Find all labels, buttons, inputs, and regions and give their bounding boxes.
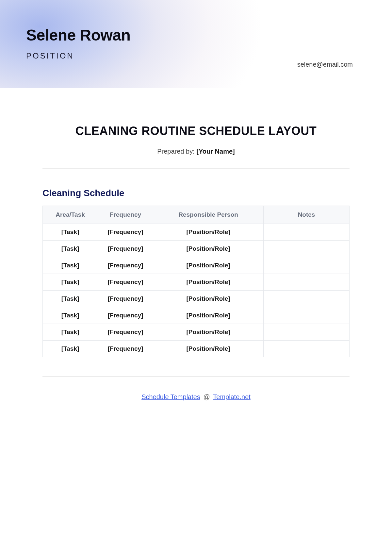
cell-frequency: [Frequency] [98, 257, 153, 274]
author-position: POSITION [26, 51, 366, 60]
header-responsible: Responsible Person [153, 206, 264, 224]
header-banner: Selene Rowan POSITION selene@email.com [0, 0, 392, 88]
footer-links: Schedule Templates @ Template.net [42, 393, 350, 401]
header-area-task: Area/Task [43, 206, 98, 224]
cell-responsible: [Position/Role] [153, 291, 264, 307]
table-header-row: Area/Task Frequency Responsible Person N… [43, 206, 350, 224]
table-row: [Task][Frequency][Position/Role] [43, 324, 350, 341]
cell-task: [Task] [43, 307, 98, 324]
table-row: [Task][Frequency][Position/Role] [43, 241, 350, 257]
cell-responsible: [Position/Role] [153, 324, 264, 341]
template-net-link[interactable]: Template.net [213, 393, 251, 400]
header-notes: Notes [264, 206, 350, 224]
cell-notes [264, 241, 350, 257]
cell-notes [264, 324, 350, 341]
cell-responsible: [Position/Role] [153, 307, 264, 324]
cell-frequency: [Frequency] [98, 274, 153, 291]
content-area: CLEANING ROUTINE SCHEDULE LAYOUT Prepare… [0, 88, 392, 401]
cell-frequency: [Frequency] [98, 224, 153, 241]
cell-frequency: [Frequency] [98, 341, 153, 357]
cell-frequency: [Frequency] [98, 307, 153, 324]
cell-frequency: [Frequency] [98, 291, 153, 307]
table-row: [Task][Frequency][Position/Role] [43, 341, 350, 357]
cell-notes [264, 274, 350, 291]
cell-task: [Task] [43, 341, 98, 357]
table-row: [Task][Frequency][Position/Role] [43, 291, 350, 307]
cell-notes [264, 224, 350, 241]
footer-separator: @ [202, 393, 212, 400]
divider [42, 168, 350, 169]
cell-frequency: [Frequency] [98, 324, 153, 341]
cell-responsible: [Position/Role] [153, 274, 264, 291]
cell-responsible: [Position/Role] [153, 224, 264, 241]
cell-task: [Task] [43, 241, 98, 257]
cell-responsible: [Position/Role] [153, 257, 264, 274]
cell-task: [Task] [43, 274, 98, 291]
section-title: Cleaning Schedule [42, 188, 350, 198]
cell-notes [264, 341, 350, 357]
schedule-templates-link[interactable]: Schedule Templates [141, 393, 200, 400]
cell-task: [Task] [43, 224, 98, 241]
cell-notes [264, 257, 350, 274]
author-name: Selene Rowan [26, 26, 366, 44]
prepared-by-value: [Your Name] [196, 148, 235, 155]
cell-responsible: [Position/Role] [153, 241, 264, 257]
schedule-table: Area/Task Frequency Responsible Person N… [42, 206, 350, 357]
cell-task: [Task] [43, 291, 98, 307]
cell-notes [264, 291, 350, 307]
cell-task: [Task] [43, 257, 98, 274]
cell-notes [264, 307, 350, 324]
author-email: selene@email.com [297, 61, 353, 68]
divider [42, 376, 350, 377]
cell-task: [Task] [43, 324, 98, 341]
table-row: [Task][Frequency][Position/Role] [43, 307, 350, 324]
table-row: [Task][Frequency][Position/Role] [43, 257, 350, 274]
cell-frequency: [Frequency] [98, 241, 153, 257]
table-row: [Task][Frequency][Position/Role] [43, 224, 350, 241]
cell-responsible: [Position/Role] [153, 341, 264, 357]
header-frequency: Frequency [98, 206, 153, 224]
document-title: CLEANING ROUTINE SCHEDULE LAYOUT [42, 124, 350, 138]
table-row: [Task][Frequency][Position/Role] [43, 274, 350, 291]
prepared-by-label: Prepared by: [157, 148, 196, 155]
prepared-by: Prepared by: [Your Name] [42, 148, 350, 155]
